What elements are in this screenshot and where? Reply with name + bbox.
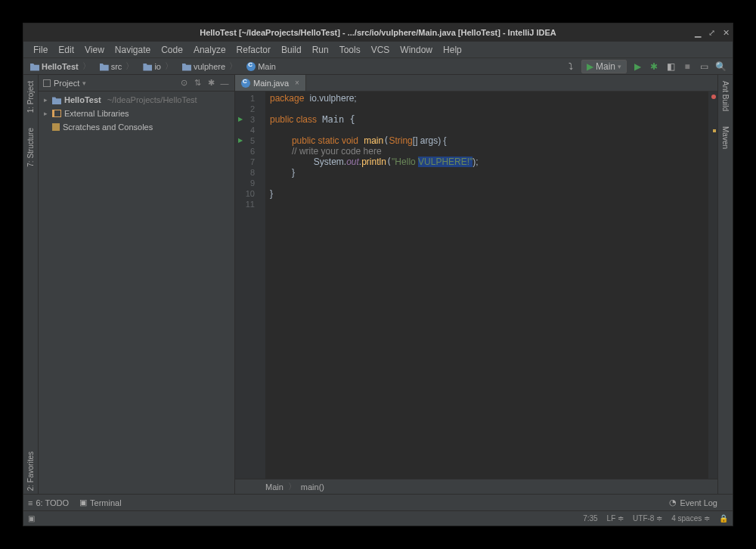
editor-breadcrumb: Main 〉 main()	[235, 479, 717, 494]
status-bar: ▣ 7:35 LF ≑ UTF-8 ≑ 4 spaces ≑ 🔒	[23, 510, 733, 526]
stop-button[interactable]: ■	[681, 60, 693, 73]
menu-run[interactable]: Run	[307, 43, 334, 57]
run-config-selector[interactable]: ▶Main▾	[581, 60, 627, 73]
right-tool-rail: Ant Build Maven	[717, 75, 733, 494]
tab-main-java[interactable]: Main.java ×	[235, 75, 306, 91]
crumb-io[interactable]: io〉	[139, 60, 177, 73]
error-strip[interactable]	[708, 92, 717, 479]
menu-edit[interactable]: Edit	[53, 43, 79, 57]
run-config-icon: ▶	[587, 61, 593, 72]
error-marker-icon[interactable]	[711, 95, 716, 99]
folder-icon	[52, 95, 61, 104]
crumb-main[interactable]: Main	[243, 61, 280, 72]
tool-structure[interactable]: 7: Structure	[26, 125, 35, 170]
menu-refactor[interactable]: Refactor	[231, 43, 276, 57]
tool-favorites[interactable]: 2: Favorites	[26, 448, 35, 494]
left-tool-rail: 1: Project 7: Structure 2: Favorites	[23, 75, 39, 494]
caret-position[interactable]: 7:35	[583, 514, 597, 523]
code-editor[interactable]: package io.vulphere; public class Main {…	[265, 92, 708, 479]
locate-icon[interactable]: ⊙	[178, 78, 189, 88]
tab-close-icon[interactable]: ×	[295, 79, 299, 87]
folder-icon	[182, 62, 191, 71]
expand-icon[interactable]: ⇅	[192, 78, 203, 88]
editor-tabs: Main.java ×	[235, 75, 717, 92]
maximize-icon[interactable]: ⤢	[708, 28, 715, 38]
bc-method[interactable]: main()	[301, 482, 324, 492]
class-icon	[241, 79, 250, 88]
menu-view[interactable]: View	[79, 43, 110, 57]
bc-class[interactable]: Main	[265, 482, 284, 492]
menu-build[interactable]: Build	[276, 43, 307, 57]
readonly-lock-icon[interactable]: 🔒	[719, 514, 728, 523]
file-encoding[interactable]: UTF-8 ≑	[633, 514, 662, 523]
menu-window[interactable]: Window	[395, 43, 438, 57]
search-everywhere-icon[interactable]: 🔍	[714, 60, 727, 73]
project-panel: Project ▾ ⊙ ⇅ ✱ — ▸ HelloTest ~/IdeaProj…	[39, 75, 235, 494]
library-icon	[52, 110, 61, 117]
tool-ant[interactable]: Ant Build	[721, 78, 730, 114]
folder-icon	[30, 62, 39, 71]
tool-project[interactable]: 1: Project	[26, 78, 35, 116]
folder-icon	[143, 62, 152, 71]
tool-maven[interactable]: Maven	[721, 123, 730, 152]
build-icon[interactable]: ⤵	[565, 60, 577, 73]
title-bar: HelloTest [~/IdeaProjects/HelloTest] - .…	[23, 23, 733, 42]
project-view-selector[interactable]: Project ▾	[43, 79, 175, 88]
project-tree: ▸ HelloTest ~/IdeaProjects/HelloTest ▸ E…	[39, 92, 234, 494]
editor-area: Main.java × 1234 5678 91011 package io.v…	[235, 75, 717, 494]
tool-windows-icon[interactable]: ▣	[28, 514, 35, 523]
crumb-vulphere[interactable]: vulphere〉	[178, 60, 241, 73]
tool-event-log[interactable]: ◔Event Log	[669, 498, 717, 507]
line-separator[interactable]: LF ≑	[607, 514, 624, 523]
menu-vcs[interactable]: VCS	[366, 43, 395, 57]
tree-external-libs[interactable]: ▸ External Libraries	[39, 107, 234, 120]
folder-icon	[100, 62, 109, 71]
bottom-tool-bar: ≡6: TODO ▣Terminal ◔Event Log	[23, 494, 733, 510]
run-button[interactable]: ▶	[631, 60, 643, 73]
crumb-src[interactable]: src〉	[96, 60, 138, 73]
tool-todo[interactable]: ≡6: TODO	[28, 498, 69, 507]
menu-bar: File Edit View Navigate Code Analyze Ref…	[23, 42, 733, 58]
close-icon[interactable]: ✕	[723, 28, 730, 38]
ide-window: HelloTest [~/IdeaProjects/HelloTest] - .…	[23, 23, 733, 526]
menu-help[interactable]: Help	[438, 43, 467, 57]
layout-button[interactable]: ▭	[698, 60, 710, 73]
tree-root[interactable]: ▸ HelloTest ~/IdeaProjects/HelloTest	[39, 93, 234, 107]
minimize-icon[interactable]: ▁	[695, 28, 701, 38]
gear-icon[interactable]: ✱	[206, 78, 216, 88]
hide-icon[interactable]: —	[219, 78, 230, 88]
window-title: HelloTest [~/IdeaProjects/HelloTest] - .…	[200, 28, 556, 37]
menu-navigate[interactable]: Navigate	[110, 43, 156, 57]
class-icon	[246, 62, 256, 71]
indent-config[interactable]: 4 spaces ≑	[671, 514, 710, 523]
scratch-icon	[52, 123, 60, 131]
tree-scratches[interactable]: Scratches and Consoles	[39, 120, 234, 134]
menu-file[interactable]: File	[28, 43, 53, 57]
menu-analyze[interactable]: Analyze	[188, 43, 231, 57]
project-panel-header: Project ▾ ⊙ ⇅ ✱ —	[39, 75, 234, 92]
menu-tools[interactable]: Tools	[334, 43, 366, 57]
line-gutter[interactable]: 1234 5678 91011	[235, 92, 265, 479]
nav-toolbar: HelloTest〉 src〉 io〉 vulphere〉 Main ⤵ ▶Ma…	[23, 58, 733, 75]
crumb-project[interactable]: HelloTest〉	[26, 60, 94, 73]
warning-marker-icon[interactable]	[713, 129, 716, 132]
breadcrumb: HelloTest〉 src〉 io〉 vulphere〉 Main	[26, 60, 565, 73]
debug-button[interactable]: ✱	[648, 60, 660, 73]
coverage-button[interactable]: ◧	[665, 60, 677, 73]
tool-terminal[interactable]: ▣Terminal	[79, 498, 122, 507]
menu-code[interactable]: Code	[156, 43, 188, 57]
main-body: 1: Project 7: Structure 2: Favorites Pro…	[23, 75, 733, 494]
